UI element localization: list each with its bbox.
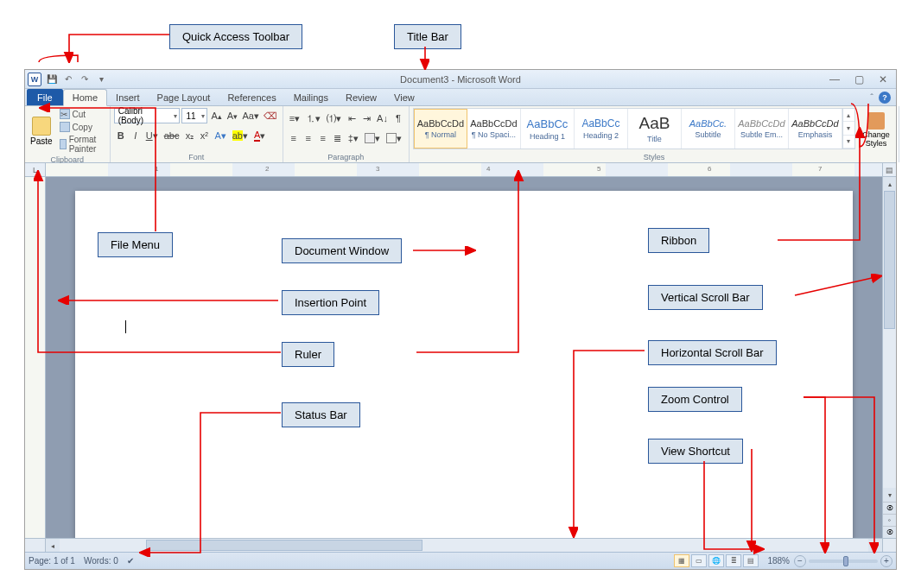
sort-button[interactable]: A↓ — [374, 111, 391, 126]
scroll-down-button[interactable]: ▾ — [883, 488, 896, 502]
style-normal[interactable]: AaBbCcDd ¶ Normal — [414, 109, 467, 149]
change-styles-button[interactable]: Change Styles — [857, 108, 895, 152]
draft-view-button[interactable]: ▤ — [743, 554, 759, 567]
customize-qat-icon[interactable]: ▾ — [93, 72, 109, 87]
scroll-up-button[interactable]: ▴ — [883, 177, 896, 191]
undo-icon[interactable]: ↶ — [60, 72, 76, 87]
style-subtitle[interactable]: AaBbCc. Subtitle — [682, 109, 735, 149]
next-page-button[interactable]: ⦿ — [883, 526, 896, 538]
page-indicator[interactable]: Page: 1 of 1 — [29, 556, 75, 566]
italic-button[interactable]: I — [129, 128, 143, 143]
horizontal-ruler[interactable]: 1 2 3 4 5 6 7 — [46, 163, 882, 176]
callout-qat: Quick Access Toolbar — [169, 24, 302, 49]
copy-button[interactable]: Copy — [57, 121, 106, 133]
tab-references[interactable]: References — [219, 89, 284, 105]
vscroll-track[interactable] — [883, 191, 896, 488]
cut-button[interactable]: ✂Cut — [57, 108, 106, 120]
clear-formatting-button[interactable]: ⌫ — [262, 108, 278, 123]
format-painter-label: Format Painter — [69, 135, 104, 154]
callout-status-bar: Status Bar — [282, 402, 360, 427]
callout-hscroll: Horizontal Scroll Bar — [648, 340, 777, 365]
hscroll-thumb[interactable] — [146, 540, 422, 551]
word-count[interactable]: Words: 0 — [84, 556, 118, 566]
zoom-out-button[interactable]: − — [794, 555, 806, 567]
save-icon[interactable]: 💾 — [44, 72, 60, 87]
style-emphasis[interactable]: AaBbCcDd Emphasis — [789, 109, 842, 149]
cut-label: Cut — [73, 110, 86, 119]
full-screen-view-button[interactable]: ▭ — [691, 554, 707, 567]
subscript-button[interactable]: x₂ — [182, 128, 196, 143]
ruler-toggle-button[interactable]: ▤ — [882, 163, 896, 176]
shading-button[interactable]: ▾ — [362, 130, 383, 146]
justify-button[interactable]: ≣ — [331, 130, 345, 146]
borders-button[interactable]: ▾ — [384, 130, 404, 146]
change-case-button[interactable]: Aa▾ — [241, 108, 260, 123]
show-marks-button[interactable]: ¶ — [391, 111, 405, 126]
font-size-combo[interactable]: 11 — [181, 108, 207, 123]
zoom-slider-knob[interactable] — [843, 556, 848, 566]
tab-insert[interactable]: Insert — [107, 89, 149, 105]
styles-scroll-down[interactable]: ▾ — [843, 122, 854, 135]
paste-label: Paste — [30, 136, 53, 146]
close-button[interactable]: ✕ — [875, 73, 891, 85]
font-name-combo[interactable]: Calibri (Body) — [114, 108, 181, 123]
tab-review[interactable]: Review — [337, 89, 385, 105]
zoom-percent[interactable]: 188% — [765, 556, 791, 566]
tab-mailings[interactable]: Mailings — [285, 89, 337, 105]
align-left-button[interactable]: ≡ — [287, 130, 301, 146]
scroll-left-button[interactable]: ◂ — [46, 539, 60, 553]
multilevel-button[interactable]: ⑴▾ — [324, 111, 344, 126]
style-subtle-em[interactable]: AaBbCcDd Subtle Em... — [735, 109, 789, 149]
line-spacing-button[interactable]: ‡▾ — [346, 130, 361, 146]
shrink-font-button[interactable]: A▾ — [226, 108, 239, 123]
styles-group-label: Styles — [413, 152, 895, 162]
minimize-button[interactable]: — — [827, 73, 842, 85]
style-heading1[interactable]: AaBbCc Heading 1 — [521, 109, 575, 149]
format-painter-icon — [60, 139, 67, 149]
tab-selector[interactable]: L — [25, 163, 46, 176]
zoom-slider[interactable] — [809, 560, 878, 563]
style-title[interactable]: AaB Title — [628, 109, 682, 149]
superscript-button[interactable]: x² — [197, 128, 211, 143]
file-tab[interactable]: File — [27, 89, 63, 105]
outline-view-button[interactable]: ≣ — [726, 554, 741, 567]
maximize-button[interactable]: ▢ — [851, 73, 867, 85]
underline-button[interactable]: U▾ — [143, 128, 161, 143]
format-painter-button[interactable]: Format Painter — [57, 134, 106, 155]
help-icon[interactable]: ? — [879, 92, 891, 104]
styles-more[interactable]: ▾ — [843, 136, 854, 149]
align-center-button[interactable]: ≡ — [302, 130, 315, 146]
print-layout-view-button[interactable]: ▦ — [674, 554, 689, 567]
redo-icon[interactable]: ↷ — [77, 72, 92, 87]
previous-page-button[interactable]: ⦿ — [883, 502, 896, 514]
numbering-button[interactable]: ⒈▾ — [303, 111, 323, 126]
browse-object-button[interactable]: ◦ — [883, 514, 896, 526]
hscroll-track[interactable] — [60, 539, 868, 552]
text-effects-button[interactable]: A▾ — [212, 128, 228, 143]
vertical-ruler[interactable] — [25, 177, 46, 538]
callout-ruler: Ruler — [282, 342, 334, 367]
font-color-button[interactable]: A▾ — [251, 128, 268, 143]
increase-indent-button[interactable]: ⇥ — [359, 111, 373, 126]
paste-button[interactable]: Paste — [29, 108, 54, 155]
proofing-icon[interactable]: ✔ — [127, 556, 134, 566]
minimize-ribbon-icon[interactable]: ˆ — [870, 92, 873, 103]
scroll-right-button[interactable]: ▸ — [868, 539, 882, 553]
bullets-button[interactable]: ≡▾ — [287, 111, 302, 126]
tab-page-layout[interactable]: Page Layout — [149, 89, 219, 105]
style-heading2[interactable]: AaBbCc Heading 2 — [575, 109, 628, 149]
tab-view[interactable]: View — [385, 89, 423, 105]
bold-button[interactable]: B — [114, 128, 128, 143]
zoom-in-button[interactable]: + — [880, 555, 892, 567]
grow-font-button[interactable]: A▴ — [209, 108, 223, 123]
vscroll-thumb[interactable] — [884, 191, 895, 329]
web-layout-view-button[interactable]: 🌐 — [708, 554, 724, 567]
styles-scroll-up[interactable]: ▴ — [843, 109, 854, 122]
style-no-spacing[interactable]: AaBbCcDd ¶ No Spaci... — [467, 109, 521, 149]
align-right-button[interactable]: ≡ — [316, 130, 330, 146]
style-label: Subtitle — [695, 130, 721, 139]
highlight-button[interactable]: ab▾ — [230, 128, 251, 143]
tab-home[interactable]: Home — [63, 89, 107, 106]
decrease-indent-button[interactable]: ⇤ — [345, 111, 359, 126]
strikethrough-button[interactable]: abc — [162, 128, 182, 143]
